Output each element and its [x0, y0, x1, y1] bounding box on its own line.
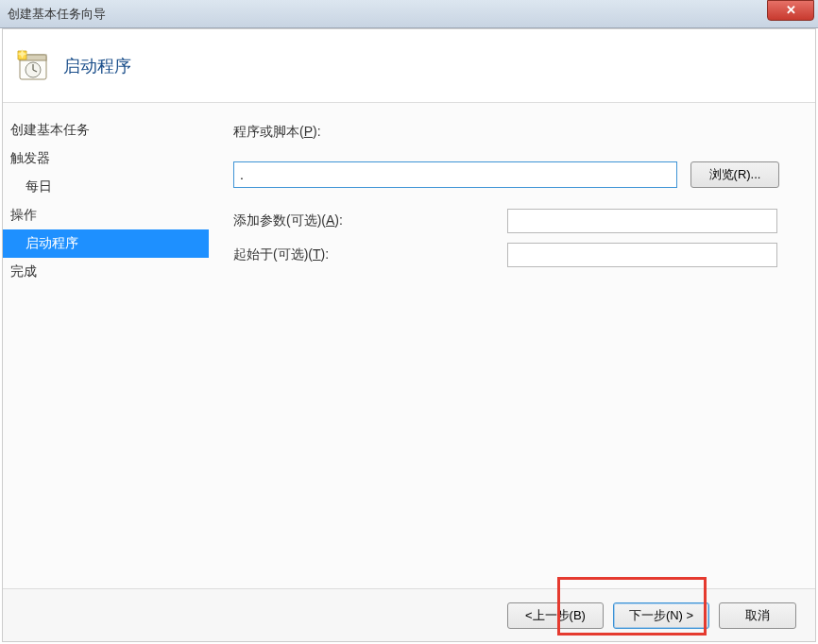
titlebar: 创建基本任务向导 ✕ — [0, 0, 818, 28]
sidebar-step-2[interactable]: 每日 — [3, 173, 209, 201]
sidebar-step-5[interactable]: 完成 — [3, 258, 209, 286]
back-button[interactable]: <上一步(B) — [507, 602, 604, 629]
scheduler-icon — [16, 49, 50, 83]
window-title: 创建基本任务向导 — [8, 6, 106, 23]
program-script-input[interactable] — [233, 161, 677, 188]
browse-button[interactable]: 浏览(R)... — [690, 161, 779, 188]
close-button[interactable]: ✕ — [767, 0, 814, 21]
startin-row: 起始于(可选)(T): — [233, 243, 792, 267]
args-label: 添加参数(可选)(A): — [233, 212, 507, 229]
sidebar-step-1[interactable]: 触发器 — [3, 144, 209, 173]
program-label: 程序或脚本(P): — [233, 124, 321, 141]
header-section: 启动程序 — [3, 29, 815, 103]
dialog-body: 启动程序 创建基本任务触发器每日操作启动程序完成 程序或脚本(P): 浏览(R)… — [2, 28, 816, 642]
close-icon: ✕ — [786, 3, 796, 17]
arguments-input[interactable] — [507, 209, 777, 233]
startin-input[interactable] — [507, 243, 777, 267]
next-button[interactable]: 下一步(N) > — [613, 602, 709, 629]
page-title: 启动程序 — [63, 55, 131, 77]
args-row: 添加参数(可选)(A): — [233, 209, 792, 233]
sidebar-step-0[interactable]: 创建基本任务 — [3, 116, 209, 144]
main-panel: 程序或脚本(P): 浏览(R)... 添加参数(可选)(A): — [209, 103, 815, 588]
content-area: 创建基本任务触发器每日操作启动程序完成 程序或脚本(P): 浏览(R)... 添… — [3, 103, 815, 588]
wizard-window: 创建基本任务向导 ✕ 启动程序 创建基本任务触发器每日操作启动程序完成 — [0, 0, 818, 644]
footer: <上一步(B) 下一步(N) > 取消 — [3, 588, 815, 641]
program-label-row: 程序或脚本(P): — [233, 124, 792, 141]
sidebar-step-4[interactable]: 启动程序 — [3, 229, 209, 258]
startin-label: 起始于(可选)(T): — [233, 246, 507, 263]
program-input-row: 浏览(R)... — [233, 161, 792, 188]
wizard-steps-sidebar: 创建基本任务触发器每日操作启动程序完成 — [3, 103, 209, 588]
sidebar-step-3[interactable]: 操作 — [3, 201, 209, 229]
cancel-button[interactable]: 取消 — [719, 602, 796, 629]
